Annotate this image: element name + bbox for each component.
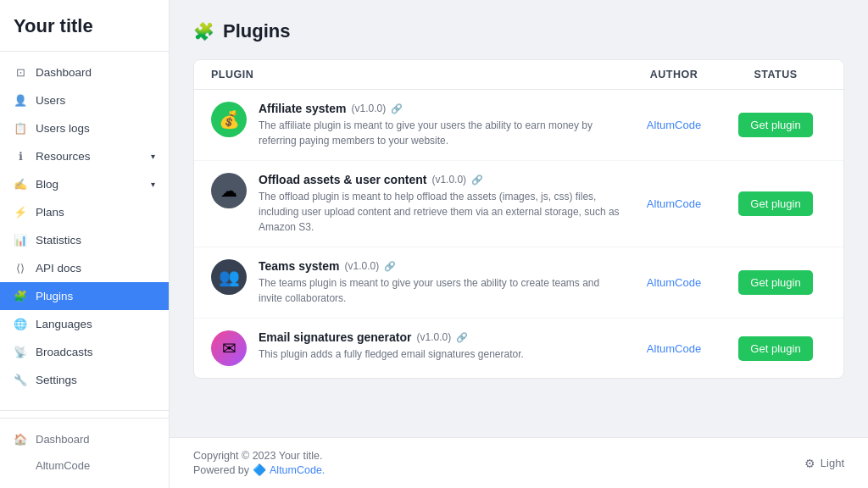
plugin-icon-email-signatures: ✉: [211, 330, 247, 366]
broadcasts-icon: 📡: [14, 346, 27, 358]
plugin-author-email-signatures[interactable]: AltumCode: [623, 342, 725, 355]
footer-left: Copyright © 2023 Your title. Powered by …: [193, 450, 325, 476]
home-icon: 🏠: [14, 433, 27, 446]
footer-nav-altumcode[interactable]: AltumCode: [0, 453, 169, 478]
get-plugin-button-affiliate[interactable]: Get plugin: [738, 113, 812, 137]
main-content: 🧩 Plugins Plugin Author Status 💰Affiliat…: [170, 0, 868, 437]
plugin-desc-teams: The teams plugin is meant to give your u…: [259, 275, 623, 306]
sidebar-item-label: Plugins: [36, 290, 73, 302]
footer-right: ⚙ Light: [804, 457, 844, 470]
users-logs-icon: 📋: [14, 122, 27, 135]
sidebar-item-label: Broadcasts: [36, 346, 93, 358]
sidebar-item-statistics[interactable]: 📊Statistics: [0, 226, 169, 254]
plugin-icon-offload: ☁: [211, 173, 247, 208]
plugin-version: (v1.0.0): [351, 103, 386, 114]
plugin-version: (v1.0.0): [344, 260, 379, 272]
sidebar-item-label: Users logs: [36, 122, 90, 135]
plugin-name-affiliate: Affiliate system (v1.0.0) 🔗: [259, 102, 623, 115]
plans-icon: ⚡: [14, 206, 27, 219]
get-plugin-button-offload[interactable]: Get plugin: [738, 191, 812, 216]
plugin-text-offload: Offload assets & user content (v1.0.0) 🔗…: [259, 173, 623, 235]
plugin-info-teams: 👥Teams system (v1.0.0) 🔗The teams plugin…: [211, 259, 623, 306]
sidebar-item-broadcasts[interactable]: 📡Broadcasts: [0, 338, 169, 366]
sidebar-item-plugins[interactable]: 🧩Plugins: [0, 282, 169, 310]
sidebar-item-api-docs[interactable]: ⟨⟩API docs: [0, 254, 169, 282]
sidebar-item-label: Statistics: [36, 234, 81, 247]
table-header: Plugin Author Status: [194, 60, 843, 90]
altumcode-link[interactable]: AltumCode.: [270, 464, 325, 476]
sidebar-item-settings[interactable]: 🔧Settings: [0, 366, 169, 394]
sidebar-item-users-logs[interactable]: 📋Users logs: [0, 114, 169, 142]
plugin-name-offload: Offload assets & user content (v1.0.0) 🔗: [259, 173, 623, 186]
sidebar-item-label: Resources: [36, 150, 91, 163]
get-plugin-button-email-signatures[interactable]: Get plugin: [738, 336, 812, 361]
col-status: Status: [725, 69, 826, 80]
sidebar-item-label: API docs: [36, 262, 81, 274]
sidebar-item-label: Dashboard: [36, 66, 92, 79]
plugin-text-email-signatures: Email signatures generator (v1.0.0) 🔗Thi…: [259, 330, 623, 362]
plugin-action-offload: Get plugin: [725, 191, 826, 216]
sidebar-item-label: Settings: [36, 374, 77, 386]
get-plugin-button-teams[interactable]: Get plugin: [738, 270, 812, 295]
api-docs-icon: ⟨⟩: [14, 262, 27, 274]
sidebar-item-users[interactable]: 👤Users: [0, 86, 169, 114]
languages-icon: 🌐: [14, 318, 27, 330]
main-footer: Copyright © 2023 Your title. Powered by …: [170, 437, 868, 488]
blog-icon: ✍: [14, 178, 27, 191]
puzzle-icon: 🧩: [193, 21, 214, 42]
plugin-text-affiliate: Affiliate system (v1.0.0) 🔗The affiliate…: [259, 102, 623, 148]
col-author: Author: [623, 69, 725, 80]
footer-nav-dashboard[interactable]: 🏠Dashboard: [0, 425, 169, 453]
table-row: ☁Offload assets & user content (v1.0.0) …: [194, 161, 843, 247]
sidebar-item-plans[interactable]: ⚡Plans: [0, 198, 169, 226]
sidebar-item-languages[interactable]: 🌐Languages: [0, 310, 169, 338]
sidebar-item-blog[interactable]: ✍Blog▾: [0, 170, 169, 198]
footer-copyright: Copyright © 2023 Your title.: [193, 450, 325, 462]
footer-powered: Powered by 🔷 AltumCode.: [193, 463, 325, 476]
plugin-name-email-signatures: Email signatures generator (v1.0.0) 🔗: [259, 330, 623, 344]
settings-icon: 🔧: [14, 374, 27, 386]
external-link-icon[interactable]: 🔗: [384, 261, 396, 272]
external-link-icon[interactable]: 🔗: [391, 103, 403, 114]
sidebar-item-label: Users: [36, 94, 65, 107]
plugin-author-affiliate[interactable]: AltumCode: [623, 119, 725, 131]
gear-icon: ⚙: [804, 457, 815, 470]
plugin-action-teams: Get plugin: [725, 270, 826, 295]
plugin-version: (v1.0.0): [417, 331, 452, 343]
table-row: ✉Email signatures generator (v1.0.0) 🔗Th…: [194, 319, 843, 378]
plugin-desc-email-signatures: This plugin adds a fully fledged email s…: [259, 347, 623, 362]
sidebar-item-label: Plans: [36, 206, 64, 219]
plugin-author-offload[interactable]: AltumCode: [623, 197, 725, 210]
sidebar-item-dashboard[interactable]: ⊡Dashboard: [0, 58, 169, 86]
plugin-action-affiliate: Get plugin: [725, 113, 826, 137]
users-icon: 👤: [14, 94, 27, 107]
sidebar-divider: [0, 410, 169, 411]
chevron-down-icon: ▾: [151, 180, 155, 189]
plugin-desc-offload: The offload plugin is meant to help offl…: [259, 189, 623, 235]
sidebar-nav: ⊡Dashboard👤Users📋Users logsℹResources▾✍B…: [0, 52, 169, 403]
plugin-icon-teams: 👥: [211, 259, 247, 295]
external-link-icon[interactable]: 🔗: [456, 332, 468, 343]
plugin-icon-affiliate: 💰: [211, 102, 247, 137]
sidebar-item-resources[interactable]: ℹResources▾: [0, 142, 169, 170]
dashboard-icon: ⊡: [14, 66, 27, 79]
plugin-info-email-signatures: ✉Email signatures generator (v1.0.0) 🔗Th…: [211, 330, 623, 366]
footer-nav-label: Dashboard: [36, 433, 90, 446]
plugin-info-offload: ☁Offload assets & user content (v1.0.0) …: [211, 173, 623, 235]
plugin-text-teams: Teams system (v1.0.0) 🔗The teams plugin …: [259, 259, 623, 306]
sidebar-footer: 🏠DashboardAltumCode: [0, 418, 169, 488]
sidebar-title: Your title: [0, 0, 169, 52]
powered-by-text: Powered by: [193, 464, 249, 476]
plugin-name-teams: Teams system (v1.0.0) 🔗: [259, 259, 623, 273]
table-row: 👥Teams system (v1.0.0) 🔗The teams plugin…: [194, 247, 843, 319]
sidebar-item-label: Languages: [36, 318, 92, 330]
col-plugin: Plugin: [211, 69, 623, 80]
page-header: 🧩 Plugins: [193, 20, 844, 42]
plugins-table: Plugin Author Status 💰Affiliate system (…: [193, 59, 844, 379]
external-link-icon[interactable]: 🔗: [471, 175, 483, 186]
plugin-version: (v1.0.0): [431, 174, 466, 186]
theme-label[interactable]: Light: [821, 457, 844, 469]
table-row: 💰Affiliate system (v1.0.0) 🔗The affiliat…: [194, 90, 843, 161]
chevron-down-icon: ▾: [151, 152, 155, 161]
plugin-author-teams[interactable]: AltumCode: [623, 276, 725, 289]
